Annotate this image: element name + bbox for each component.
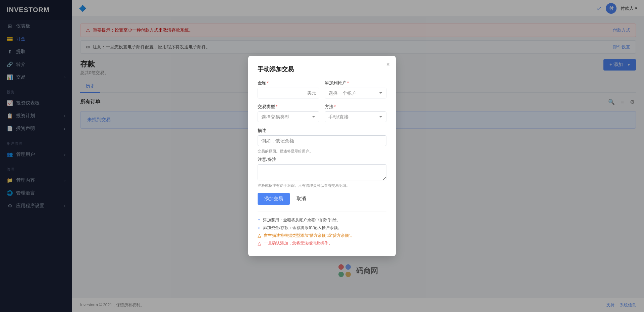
modal-close-button[interactable]: × <box>386 61 390 68</box>
account-label: 添加到帐户* <box>325 80 386 86</box>
note-dot-0: ○ <box>258 217 260 223</box>
submit-button[interactable]: 添加交易 <box>258 193 290 205</box>
amount-label: 金额* <box>258 80 319 86</box>
description-hint: 交易的原因。描述将显示给用户。 <box>258 149 386 154</box>
transaction-type-select[interactable]: 选择交易类型 <box>258 112 319 122</box>
modal-notes: ○ 添加要用：金额将从账户余额中扣除/扣除。 ○ 添加资金/存款：金额将添加/记… <box>258 212 386 246</box>
form-group-account: 添加到帐户* 选择一个帐户 <box>325 80 386 98</box>
modal-overlay: 手动添加交易 × 金额* 美元 添加到帐户* 选择一个帐户 <box>0 0 644 312</box>
account-select[interactable]: 选择一个帐户 <box>325 88 386 98</box>
notes-textarea[interactable] <box>258 164 386 180</box>
notes-label: 注意/备注 <box>258 157 386 163</box>
note-text-2: 留空描述将根据类型添加"借方余额"或"贷方余额"。 <box>264 233 354 238</box>
amount-suffix: 美元 <box>307 90 316 96</box>
description-label: 描述 <box>258 128 386 134</box>
form-row-2: 交易类型* 选择交易类型 方法* 手动/直接 <box>258 104 386 122</box>
transaction-type-label: 交易类型* <box>258 104 319 110</box>
form-row-1: 金额* 美元 添加到帐户* 选择一个帐户 <box>258 80 386 98</box>
note-item-3: △ 一旦确认添加，您将无法撤消此操作。 <box>258 240 386 246</box>
note-text-0: 添加要用：金额将从账户余额中扣除/扣除。 <box>263 217 340 223</box>
note-item-0: ○ 添加要用：金额将从账户余额中扣除/扣除。 <box>258 217 386 223</box>
method-select[interactable]: 手动/直接 <box>325 112 386 122</box>
note-item-1: ○ 添加资金/存款：金额将添加/记入帐户余额。 <box>258 225 386 231</box>
modal: 手动添加交易 × 金额* 美元 添加到帐户* 选择一个帐户 <box>248 56 396 256</box>
note-text-3: 一旦确认添加，您将无法撤消此操作。 <box>264 240 332 246</box>
note-dot-3: △ <box>258 240 261 246</box>
form-group-transaction-type: 交易类型* 选择交易类型 <box>258 104 319 122</box>
amount-input-wrapper: 美元 <box>258 88 319 98</box>
form-group-description: 描述 交易的原因。描述将显示给用户。 <box>258 128 386 154</box>
modal-title: 手动添加交易 <box>258 65 386 73</box>
form-group-notes: 注意/备注 注释或备注有助于追踪。只有管理员可以查看交易明细。 <box>258 157 386 188</box>
note-dot-2: △ <box>258 233 261 238</box>
note-text-1: 添加资金/存款：金额将添加/记入帐户余额。 <box>263 225 342 231</box>
form-group-amount: 金额* 美元 <box>258 80 319 98</box>
method-label: 方法* <box>325 104 386 110</box>
form-group-method: 方法* 手动/直接 <box>325 104 386 122</box>
description-input[interactable] <box>258 135 386 146</box>
cancel-button[interactable]: 取消 <box>293 193 309 205</box>
note-dot-1: ○ <box>258 225 260 230</box>
note-item-2: △ 留空描述将根据类型添加"借方余额"或"贷方余额"。 <box>258 233 386 238</box>
notes-hint: 注释或备注有助于追踪。只有管理员可以查看交易明细。 <box>258 183 386 188</box>
modal-actions: 添加交易 取消 <box>258 193 386 205</box>
